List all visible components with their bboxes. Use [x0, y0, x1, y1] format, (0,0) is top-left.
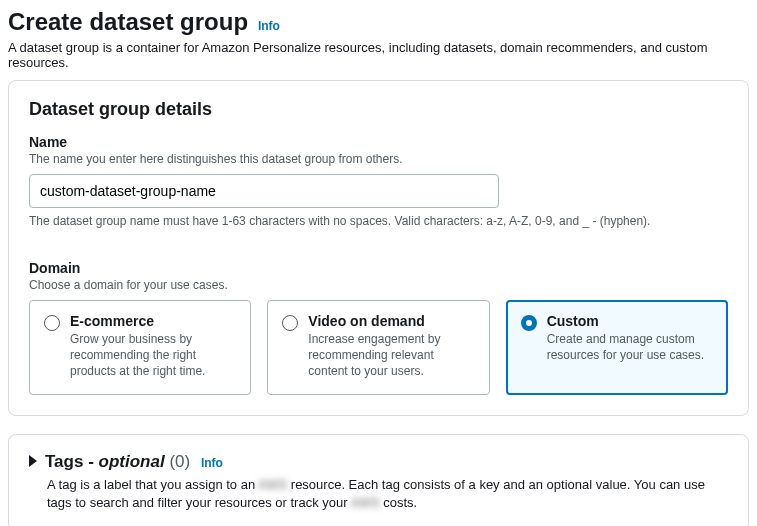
- domain-tile-custom[interactable]: Custom Create and manage custom resource…: [506, 300, 728, 395]
- tile-desc: Increase engagement by recommending rele…: [308, 331, 474, 380]
- domain-tiles: E-commerce Grow your business by recomme…: [29, 300, 728, 395]
- details-panel-title: Dataset group details: [29, 99, 728, 120]
- info-link-header[interactable]: Info: [258, 19, 280, 33]
- domain-label: Domain: [29, 260, 728, 276]
- name-hint: The name you enter here distinguishes th…: [29, 152, 728, 166]
- page-description: A dataset group is a container for Amazo…: [8, 40, 749, 70]
- name-label: Name: [29, 134, 728, 150]
- domain-tile-video[interactable]: Video on demand Increase engagement by r…: [267, 300, 489, 395]
- tags-title-row: Tags - optional (0) Info: [45, 452, 223, 472]
- redacted-text: AWS: [350, 495, 379, 510]
- tile-title: E-commerce: [70, 313, 236, 329]
- details-panel: Dataset group details Name The name you …: [8, 80, 749, 416]
- domain-hint: Choose a domain for your use cases.: [29, 278, 728, 292]
- tags-title: Tags - optional (0): [45, 452, 195, 471]
- radio-icon: [521, 315, 537, 331]
- tags-panel: Tags - optional (0) Info A tag is a labe…: [8, 434, 749, 526]
- name-constraint: The dataset group name must have 1-63 ch…: [29, 214, 728, 228]
- radio-icon: [282, 315, 298, 331]
- caret-right-icon: [29, 455, 37, 467]
- tile-desc: Create and manage custom resources for y…: [547, 331, 713, 363]
- info-link-tags[interactable]: Info: [201, 456, 223, 470]
- tags-description: A tag is a label that you assign to an A…: [47, 476, 728, 512]
- domain-tile-ecommerce[interactable]: E-commerce Grow your business by recomme…: [29, 300, 251, 395]
- domain-section: Domain Choose a domain for your use case…: [29, 260, 728, 395]
- redacted-text: AWS: [258, 477, 287, 492]
- radio-icon: [44, 315, 60, 331]
- tile-desc: Grow your business by recommending the r…: [70, 331, 236, 380]
- tile-title: Video on demand: [308, 313, 474, 329]
- tile-title: Custom: [547, 313, 713, 329]
- tags-toggle[interactable]: Tags - optional (0) Info: [29, 451, 728, 472]
- page-title: Create dataset group: [8, 8, 248, 35]
- page-header: Create dataset group Info: [8, 8, 749, 36]
- name-input[interactable]: [29, 174, 499, 208]
